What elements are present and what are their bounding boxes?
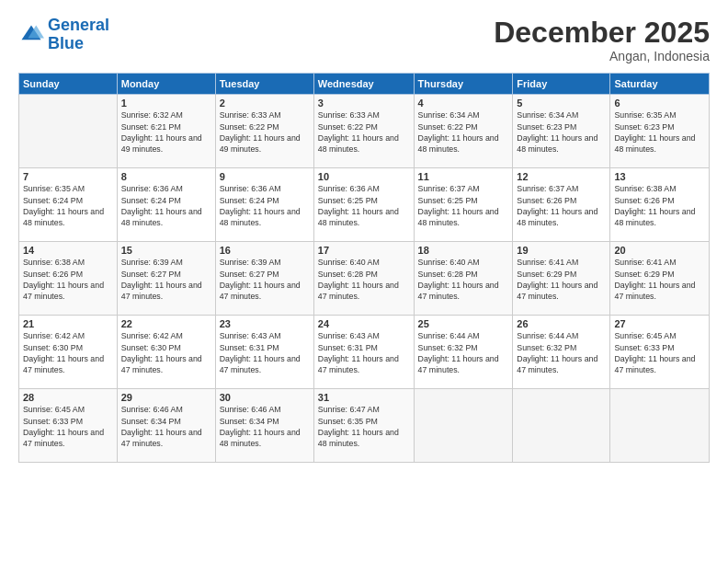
- col-thursday: Thursday: [414, 74, 513, 95]
- day-info: Sunrise: 6:34 AMSunset: 6:22 PMDaylight:…: [418, 109, 509, 155]
- logo-line1: General: [48, 16, 109, 34]
- day-number: 18: [418, 245, 509, 256]
- day-number: 29: [121, 392, 211, 403]
- day-number: 11: [418, 171, 509, 182]
- day-info: Sunrise: 6:36 AMSunset: 6:24 PMDaylight:…: [121, 183, 211, 228]
- day-info: Sunrise: 6:44 AMSunset: 6:32 PMDaylight:…: [418, 330, 509, 375]
- calendar-week-row: 21 Sunrise: 6:42 AMSunset: 6:30 PMDaylig…: [19, 316, 710, 389]
- day-number: 26: [517, 318, 606, 329]
- day-number: 5: [517, 98, 606, 109]
- table-row: 10 Sunrise: 6:36 AMSunset: 6:25 PMDaylig…: [313, 168, 414, 242]
- day-info: Sunrise: 6:39 AMSunset: 6:27 PMDaylight:…: [220, 257, 310, 302]
- logo-line2: Blue: [48, 34, 84, 52]
- day-info: Sunrise: 6:33 AMSunset: 6:22 PMDaylight:…: [220, 109, 310, 155]
- day-number: 21: [23, 318, 113, 329]
- day-number: 7: [23, 171, 113, 182]
- day-number: 22: [121, 318, 211, 329]
- day-number: 13: [614, 171, 705, 182]
- day-number: 23: [220, 318, 310, 329]
- table-row: 25 Sunrise: 6:44 AMSunset: 6:32 PMDaylig…: [414, 316, 513, 389]
- day-number: 17: [318, 245, 410, 256]
- day-number: 24: [318, 318, 410, 329]
- day-number: 27: [614, 318, 705, 329]
- day-number: 6: [614, 98, 705, 109]
- table-row: 17 Sunrise: 6:40 AMSunset: 6:28 PMDaylig…: [313, 242, 414, 316]
- day-number: 9: [220, 171, 310, 182]
- day-info: Sunrise: 6:36 AMSunset: 6:24 PMDaylight:…: [220, 183, 310, 228]
- day-number: 14: [23, 245, 113, 256]
- logo: General Blue: [18, 17, 109, 53]
- logo-text: General Blue: [48, 17, 109, 53]
- calendar-week-row: 14 Sunrise: 6:38 AMSunset: 6:26 PMDaylig…: [19, 242, 710, 316]
- day-info: Sunrise: 6:38 AMSunset: 6:26 PMDaylight:…: [23, 257, 113, 302]
- day-number: 3: [318, 98, 410, 109]
- page: General Blue December 2025 Angan, Indone…: [0, 0, 728, 563]
- month-title: December 2025: [494, 17, 710, 49]
- day-number: 30: [220, 392, 310, 403]
- table-row: 3 Sunrise: 6:33 AMSunset: 6:22 PMDayligh…: [313, 95, 414, 168]
- day-info: Sunrise: 6:36 AMSunset: 6:25 PMDaylight:…: [318, 183, 410, 228]
- table-row: 18 Sunrise: 6:40 AMSunset: 6:28 PMDaylig…: [414, 242, 513, 316]
- table-row: 21 Sunrise: 6:42 AMSunset: 6:30 PMDaylig…: [19, 316, 118, 389]
- calendar-header-row: Sunday Monday Tuesday Wednesday Thursday…: [19, 74, 710, 95]
- day-info: Sunrise: 6:38 AMSunset: 6:26 PMDaylight:…: [614, 183, 705, 228]
- calendar-week-row: 1 Sunrise: 6:32 AMSunset: 6:21 PMDayligh…: [19, 95, 710, 168]
- table-row: 7 Sunrise: 6:35 AMSunset: 6:24 PMDayligh…: [19, 168, 118, 242]
- table-row: 4 Sunrise: 6:34 AMSunset: 6:22 PMDayligh…: [414, 95, 513, 168]
- day-info: Sunrise: 6:40 AMSunset: 6:28 PMDaylight:…: [318, 257, 410, 302]
- day-info: Sunrise: 6:42 AMSunset: 6:30 PMDaylight:…: [121, 330, 211, 375]
- day-number: 19: [517, 245, 606, 256]
- day-info: Sunrise: 6:43 AMSunset: 6:31 PMDaylight:…: [318, 330, 410, 375]
- table-row: 28 Sunrise: 6:45 AMSunset: 6:33 PMDaylig…: [19, 389, 118, 463]
- table-row: 31 Sunrise: 6:47 AMSunset: 6:35 PMDaylig…: [313, 389, 414, 463]
- day-number: 31: [318, 392, 410, 403]
- table-row: [19, 95, 118, 168]
- day-info: Sunrise: 6:44 AMSunset: 6:32 PMDaylight:…: [517, 330, 606, 375]
- day-number: 16: [220, 245, 310, 256]
- col-friday: Friday: [513, 74, 610, 95]
- day-number: 28: [23, 392, 113, 403]
- table-row: 2 Sunrise: 6:33 AMSunset: 6:22 PMDayligh…: [215, 95, 313, 168]
- col-wednesday: Wednesday: [313, 74, 414, 95]
- day-number: 4: [418, 98, 509, 109]
- table-row: 16 Sunrise: 6:39 AMSunset: 6:27 PMDaylig…: [215, 242, 313, 316]
- day-info: Sunrise: 6:43 AMSunset: 6:31 PMDaylight:…: [220, 330, 310, 375]
- day-number: 2: [220, 98, 310, 109]
- table-row: 29 Sunrise: 6:46 AMSunset: 6:34 PMDaylig…: [117, 389, 215, 463]
- calendar-table: Sunday Monday Tuesday Wednesday Thursday…: [18, 73, 710, 463]
- day-info: Sunrise: 6:46 AMSunset: 6:34 PMDaylight:…: [220, 404, 310, 449]
- day-info: Sunrise: 6:41 AMSunset: 6:29 PMDaylight:…: [614, 257, 705, 302]
- location-subtitle: Angan, Indonesia: [494, 49, 710, 63]
- table-row: 22 Sunrise: 6:42 AMSunset: 6:30 PMDaylig…: [117, 316, 215, 389]
- col-sunday: Sunday: [19, 74, 118, 95]
- day-number: 15: [121, 245, 211, 256]
- day-info: Sunrise: 6:33 AMSunset: 6:22 PMDaylight:…: [318, 109, 410, 155]
- table-row: 19 Sunrise: 6:41 AMSunset: 6:29 PMDaylig…: [513, 242, 610, 316]
- day-info: Sunrise: 6:45 AMSunset: 6:33 PMDaylight:…: [23, 404, 113, 449]
- table-row: 5 Sunrise: 6:34 AMSunset: 6:23 PMDayligh…: [513, 95, 610, 168]
- logo-icon: [18, 22, 44, 48]
- table-row: 24 Sunrise: 6:43 AMSunset: 6:31 PMDaylig…: [313, 316, 414, 389]
- day-info: Sunrise: 6:42 AMSunset: 6:30 PMDaylight:…: [23, 330, 113, 375]
- table-row: 15 Sunrise: 6:39 AMSunset: 6:27 PMDaylig…: [117, 242, 215, 316]
- table-row: 1 Sunrise: 6:32 AMSunset: 6:21 PMDayligh…: [117, 95, 215, 168]
- table-row: [610, 389, 710, 463]
- day-number: 25: [418, 318, 509, 329]
- day-number: 1: [121, 98, 211, 109]
- table-row: 9 Sunrise: 6:36 AMSunset: 6:24 PMDayligh…: [215, 168, 313, 242]
- day-info: Sunrise: 6:34 AMSunset: 6:23 PMDaylight:…: [517, 109, 606, 155]
- day-number: 20: [614, 245, 705, 256]
- calendar-week-row: 7 Sunrise: 6:35 AMSunset: 6:24 PMDayligh…: [19, 168, 710, 242]
- table-row: 30 Sunrise: 6:46 AMSunset: 6:34 PMDaylig…: [215, 389, 313, 463]
- table-row: 23 Sunrise: 6:43 AMSunset: 6:31 PMDaylig…: [215, 316, 313, 389]
- table-row: [513, 389, 610, 463]
- table-row: [414, 389, 513, 463]
- table-row: 12 Sunrise: 6:37 AMSunset: 6:26 PMDaylig…: [513, 168, 610, 242]
- col-monday: Monday: [117, 74, 215, 95]
- day-info: Sunrise: 6:39 AMSunset: 6:27 PMDaylight:…: [121, 257, 211, 302]
- calendar-week-row: 28 Sunrise: 6:45 AMSunset: 6:33 PMDaylig…: [19, 389, 710, 463]
- day-info: Sunrise: 6:47 AMSunset: 6:35 PMDaylight:…: [318, 404, 410, 449]
- day-number: 12: [517, 171, 606, 182]
- table-row: 20 Sunrise: 6:41 AMSunset: 6:29 PMDaylig…: [610, 242, 710, 316]
- day-number: 10: [318, 171, 410, 182]
